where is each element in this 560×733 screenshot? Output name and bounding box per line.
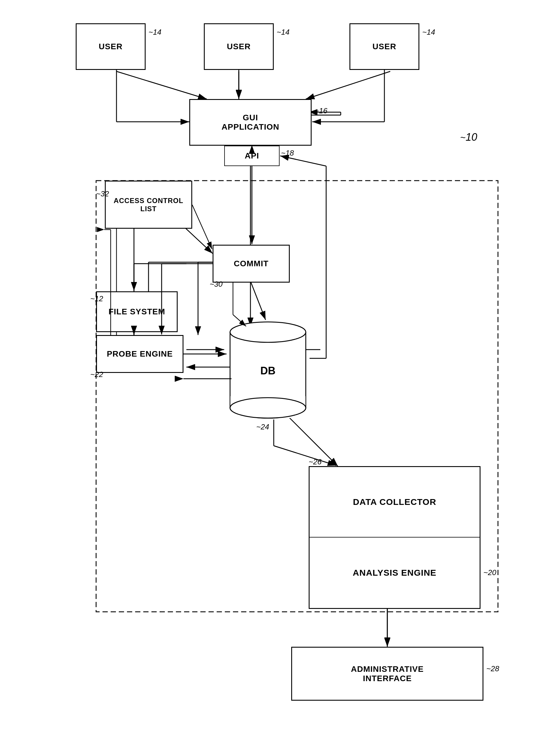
svg-line-5 bbox=[306, 71, 390, 99]
system-ref-10: ~10 bbox=[460, 131, 477, 143]
admin-interface-label: ADMINISTRATIVE INTERFACE bbox=[351, 665, 424, 683]
data-collector-analysis-box: DATA COLLECTOR ANALYSIS ENGINE bbox=[309, 466, 480, 609]
svg-line-3 bbox=[116, 71, 207, 99]
user3-box: USER bbox=[349, 23, 419, 70]
filesystem-ref: ~12 bbox=[90, 294, 103, 303]
user2-box: USER bbox=[204, 23, 274, 70]
admin-interface-box: ADMINISTRATIVE INTERFACE bbox=[291, 647, 483, 701]
acl-ref: ~32 bbox=[96, 189, 109, 198]
user1-box: USER bbox=[76, 23, 146, 70]
svg-line-44 bbox=[251, 282, 266, 320]
svg-point-29 bbox=[230, 322, 306, 342]
svg-line-43 bbox=[192, 205, 212, 249]
admin-interface-ref: ~28 bbox=[486, 664, 499, 673]
acl-box: ACCESS CONTROL LIST bbox=[105, 181, 192, 229]
probe-engine-label: PROBE ENGINE bbox=[107, 349, 173, 358]
api-ref: ~18 bbox=[281, 149, 294, 158]
gui-ref: ~16 bbox=[315, 106, 327, 115]
system-box-ref: ~20 bbox=[483, 568, 496, 577]
api-box: API bbox=[224, 146, 280, 166]
commit-label: COMMIT bbox=[234, 259, 269, 268]
svg-text:DB: DB bbox=[260, 365, 275, 377]
gui-box: GUI APPLICATION bbox=[189, 99, 312, 146]
api-label: API bbox=[245, 151, 259, 160]
user3-label: USER bbox=[372, 42, 396, 51]
analysis-engine-section: ANALYSIS ENGINE bbox=[310, 538, 480, 608]
user1-ref: ~14 bbox=[149, 28, 161, 37]
user2-label: USER bbox=[227, 42, 251, 51]
db-cylinder: DB bbox=[227, 320, 309, 420]
data-collector-label: DATA COLLECTOR bbox=[353, 497, 436, 507]
user1-label: USER bbox=[99, 42, 123, 51]
data-collector-section: DATA COLLECTOR bbox=[310, 467, 480, 538]
filesystem-box: FILE SYSTEM bbox=[96, 291, 178, 332]
probe-engine-box: PROBE ENGINE bbox=[96, 335, 183, 373]
data-collector-ref: ~26 bbox=[309, 458, 321, 467]
acl-label: ACCESS CONTROL LIST bbox=[114, 197, 183, 213]
diagram: USER ~14 USER ~14 USER ~14 GUI APPLICATI… bbox=[0, 0, 560, 733]
analysis-engine-label: ANALYSIS ENGINE bbox=[353, 568, 436, 578]
gui-label: GUI APPLICATION bbox=[222, 113, 280, 132]
probe-engine-ref: ~22 bbox=[90, 370, 103, 379]
db-ref: ~24 bbox=[256, 423, 269, 432]
svg-line-57 bbox=[274, 446, 336, 466]
filesystem-label: FILE SYSTEM bbox=[109, 307, 165, 316]
user3-ref: ~14 bbox=[422, 28, 435, 37]
commit-box: COMMIT bbox=[213, 245, 290, 282]
svg-point-32 bbox=[230, 398, 306, 418]
user2-ref: ~14 bbox=[277, 28, 289, 37]
commit-ref: ~30 bbox=[210, 280, 222, 289]
